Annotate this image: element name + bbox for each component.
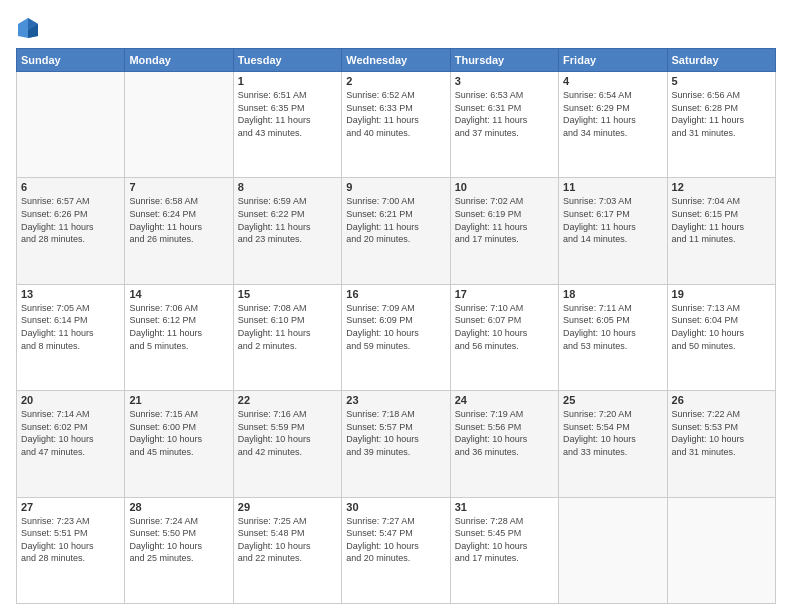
day-number: 29 [238, 501, 337, 513]
calendar-day-cell: 29Sunrise: 7:25 AM Sunset: 5:48 PM Dayli… [233, 497, 341, 603]
day-of-week-header: Thursday [450, 49, 558, 72]
day-number: 7 [129, 181, 228, 193]
calendar-day-cell: 3Sunrise: 6:53 AM Sunset: 6:31 PM Daylig… [450, 72, 558, 178]
day-info: Sunrise: 7:03 AM Sunset: 6:17 PM Dayligh… [563, 195, 662, 245]
calendar-day-cell: 8Sunrise: 6:59 AM Sunset: 6:22 PM Daylig… [233, 178, 341, 284]
calendar-day-cell: 9Sunrise: 7:00 AM Sunset: 6:21 PM Daylig… [342, 178, 450, 284]
day-of-week-header: Tuesday [233, 49, 341, 72]
day-number: 24 [455, 394, 554, 406]
calendar-day-cell: 28Sunrise: 7:24 AM Sunset: 5:50 PM Dayli… [125, 497, 233, 603]
day-info: Sunrise: 6:56 AM Sunset: 6:28 PM Dayligh… [672, 89, 771, 139]
day-number: 10 [455, 181, 554, 193]
day-number: 30 [346, 501, 445, 513]
calendar-day-cell: 13Sunrise: 7:05 AM Sunset: 6:14 PM Dayli… [17, 284, 125, 390]
day-number: 21 [129, 394, 228, 406]
day-number: 16 [346, 288, 445, 300]
calendar-day-cell: 7Sunrise: 6:58 AM Sunset: 6:24 PM Daylig… [125, 178, 233, 284]
day-info: Sunrise: 7:20 AM Sunset: 5:54 PM Dayligh… [563, 408, 662, 458]
day-info: Sunrise: 7:23 AM Sunset: 5:51 PM Dayligh… [21, 515, 120, 565]
logo [16, 16, 44, 40]
day-number: 27 [21, 501, 120, 513]
calendar-body: 1Sunrise: 6:51 AM Sunset: 6:35 PM Daylig… [17, 72, 776, 604]
logo-icon [16, 16, 40, 40]
day-info: Sunrise: 7:00 AM Sunset: 6:21 PM Dayligh… [346, 195, 445, 245]
day-info: Sunrise: 7:18 AM Sunset: 5:57 PM Dayligh… [346, 408, 445, 458]
day-header-row: SundayMondayTuesdayWednesdayThursdayFrid… [17, 49, 776, 72]
day-info: Sunrise: 7:24 AM Sunset: 5:50 PM Dayligh… [129, 515, 228, 565]
day-number: 5 [672, 75, 771, 87]
day-number: 23 [346, 394, 445, 406]
calendar-day-cell: 31Sunrise: 7:28 AM Sunset: 5:45 PM Dayli… [450, 497, 558, 603]
calendar-day-cell: 30Sunrise: 7:27 AM Sunset: 5:47 PM Dayli… [342, 497, 450, 603]
calendar-day-cell: 16Sunrise: 7:09 AM Sunset: 6:09 PM Dayli… [342, 284, 450, 390]
calendar-day-cell: 11Sunrise: 7:03 AM Sunset: 6:17 PM Dayli… [559, 178, 667, 284]
day-info: Sunrise: 7:02 AM Sunset: 6:19 PM Dayligh… [455, 195, 554, 245]
calendar-day-cell: 10Sunrise: 7:02 AM Sunset: 6:19 PM Dayli… [450, 178, 558, 284]
day-number: 2 [346, 75, 445, 87]
calendar-week-row: 6Sunrise: 6:57 AM Sunset: 6:26 PM Daylig… [17, 178, 776, 284]
calendar-day-cell: 23Sunrise: 7:18 AM Sunset: 5:57 PM Dayli… [342, 391, 450, 497]
calendar-day-cell [125, 72, 233, 178]
calendar-day-cell: 27Sunrise: 7:23 AM Sunset: 5:51 PM Dayli… [17, 497, 125, 603]
day-info: Sunrise: 7:10 AM Sunset: 6:07 PM Dayligh… [455, 302, 554, 352]
day-info: Sunrise: 7:15 AM Sunset: 6:00 PM Dayligh… [129, 408, 228, 458]
day-info: Sunrise: 6:54 AM Sunset: 6:29 PM Dayligh… [563, 89, 662, 139]
calendar: SundayMondayTuesdayWednesdayThursdayFrid… [16, 48, 776, 604]
day-info: Sunrise: 7:16 AM Sunset: 5:59 PM Dayligh… [238, 408, 337, 458]
day-info: Sunrise: 6:57 AM Sunset: 6:26 PM Dayligh… [21, 195, 120, 245]
day-number: 20 [21, 394, 120, 406]
day-number: 25 [563, 394, 662, 406]
day-number: 12 [672, 181, 771, 193]
calendar-day-cell: 19Sunrise: 7:13 AM Sunset: 6:04 PM Dayli… [667, 284, 775, 390]
day-info: Sunrise: 6:58 AM Sunset: 6:24 PM Dayligh… [129, 195, 228, 245]
calendar-day-cell: 6Sunrise: 6:57 AM Sunset: 6:26 PM Daylig… [17, 178, 125, 284]
day-number: 6 [21, 181, 120, 193]
page: SundayMondayTuesdayWednesdayThursdayFrid… [0, 0, 792, 612]
day-info: Sunrise: 6:59 AM Sunset: 6:22 PM Dayligh… [238, 195, 337, 245]
calendar-day-cell: 26Sunrise: 7:22 AM Sunset: 5:53 PM Dayli… [667, 391, 775, 497]
day-number: 31 [455, 501, 554, 513]
day-info: Sunrise: 7:04 AM Sunset: 6:15 PM Dayligh… [672, 195, 771, 245]
calendar-week-row: 27Sunrise: 7:23 AM Sunset: 5:51 PM Dayli… [17, 497, 776, 603]
day-of-week-header: Friday [559, 49, 667, 72]
day-number: 28 [129, 501, 228, 513]
day-info: Sunrise: 6:53 AM Sunset: 6:31 PM Dayligh… [455, 89, 554, 139]
day-info: Sunrise: 6:52 AM Sunset: 6:33 PM Dayligh… [346, 89, 445, 139]
calendar-header: SundayMondayTuesdayWednesdayThursdayFrid… [17, 49, 776, 72]
calendar-day-cell [667, 497, 775, 603]
day-number: 26 [672, 394, 771, 406]
calendar-week-row: 13Sunrise: 7:05 AM Sunset: 6:14 PM Dayli… [17, 284, 776, 390]
calendar-day-cell: 4Sunrise: 6:54 AM Sunset: 6:29 PM Daylig… [559, 72, 667, 178]
day-of-week-header: Saturday [667, 49, 775, 72]
day-number: 1 [238, 75, 337, 87]
day-info: Sunrise: 7:13 AM Sunset: 6:04 PM Dayligh… [672, 302, 771, 352]
day-number: 22 [238, 394, 337, 406]
calendar-week-row: 20Sunrise: 7:14 AM Sunset: 6:02 PM Dayli… [17, 391, 776, 497]
calendar-day-cell: 21Sunrise: 7:15 AM Sunset: 6:00 PM Dayli… [125, 391, 233, 497]
day-number: 11 [563, 181, 662, 193]
calendar-day-cell: 18Sunrise: 7:11 AM Sunset: 6:05 PM Dayli… [559, 284, 667, 390]
day-number: 17 [455, 288, 554, 300]
calendar-day-cell: 15Sunrise: 7:08 AM Sunset: 6:10 PM Dayli… [233, 284, 341, 390]
day-number: 4 [563, 75, 662, 87]
day-number: 18 [563, 288, 662, 300]
day-number: 9 [346, 181, 445, 193]
day-info: Sunrise: 7:08 AM Sunset: 6:10 PM Dayligh… [238, 302, 337, 352]
day-of-week-header: Monday [125, 49, 233, 72]
day-info: Sunrise: 6:51 AM Sunset: 6:35 PM Dayligh… [238, 89, 337, 139]
header [16, 12, 776, 40]
day-info: Sunrise: 7:05 AM Sunset: 6:14 PM Dayligh… [21, 302, 120, 352]
calendar-day-cell: 25Sunrise: 7:20 AM Sunset: 5:54 PM Dayli… [559, 391, 667, 497]
day-number: 19 [672, 288, 771, 300]
day-number: 14 [129, 288, 228, 300]
day-of-week-header: Sunday [17, 49, 125, 72]
day-number: 15 [238, 288, 337, 300]
calendar-day-cell: 20Sunrise: 7:14 AM Sunset: 6:02 PM Dayli… [17, 391, 125, 497]
calendar-day-cell: 1Sunrise: 6:51 AM Sunset: 6:35 PM Daylig… [233, 72, 341, 178]
day-of-week-header: Wednesday [342, 49, 450, 72]
day-number: 3 [455, 75, 554, 87]
calendar-day-cell: 14Sunrise: 7:06 AM Sunset: 6:12 PM Dayli… [125, 284, 233, 390]
calendar-day-cell: 12Sunrise: 7:04 AM Sunset: 6:15 PM Dayli… [667, 178, 775, 284]
day-number: 8 [238, 181, 337, 193]
calendar-day-cell: 17Sunrise: 7:10 AM Sunset: 6:07 PM Dayli… [450, 284, 558, 390]
